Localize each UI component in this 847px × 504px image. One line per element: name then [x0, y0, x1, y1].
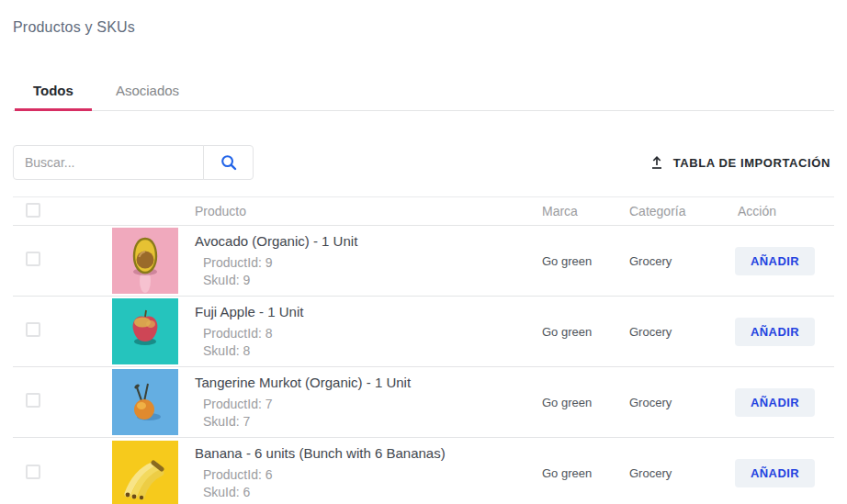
sku-id: SkuId: 8 — [195, 342, 542, 360]
search-icon — [220, 153, 238, 172]
category-value: Grocery — [629, 396, 735, 409]
table-row: Banana - 6 units (Bunch with 6 Bananas) … — [13, 438, 834, 504]
search-button[interactable] — [203, 145, 254, 180]
column-header-marca: Marca — [542, 204, 629, 218]
product-id: ProductId: 6 — [195, 466, 542, 484]
category-value: Grocery — [629, 325, 735, 339]
product-name: Tangerine Murkot (Organic) - 1 Unit — [195, 375, 542, 390]
add-button[interactable]: AÑADIR — [735, 459, 815, 487]
product-info: Fuji Apple - 1 Unit ProductId: 8 SkuId: … — [191, 304, 542, 360]
column-header-categoria: Categoría — [629, 204, 735, 218]
product-image-banana — [112, 441, 191, 504]
column-header-producto: Producto — [191, 204, 542, 218]
page-title: Productos y SKUs — [13, 19, 834, 36]
product-image-apple — [112, 298, 191, 364]
product-info: Banana - 6 units (Bunch with 6 Bananas) … — [191, 445, 542, 501]
import-table-label: TABLA DE IMPORTACIÓN — [673, 156, 830, 170]
upload-icon — [649, 155, 664, 170]
add-button[interactable]: AÑADIR — [735, 318, 815, 346]
table-row: Tangerine Murkot (Organic) - 1 Unit Prod… — [13, 367, 834, 438]
select-all-checkbox[interactable] — [26, 203, 40, 218]
toolbar: TABLA DE IMPORTACIÓN — [13, 144, 834, 181]
column-header-accion: Acción — [735, 204, 834, 218]
brand-value: Go green — [542, 396, 629, 409]
category-value: Grocery — [629, 466, 735, 480]
product-image-tangerine — [112, 369, 191, 435]
row-checkbox[interactable] — [26, 393, 40, 408]
sku-id: SkuId: 7 — [195, 413, 542, 431]
product-info: Tangerine Murkot (Organic) - 1 Unit Prod… — [191, 375, 542, 431]
product-id: ProductId: 9 — [195, 254, 542, 272]
product-id: ProductId: 7 — [195, 396, 542, 413]
sku-id: SkuId: 9 — [195, 272, 542, 289]
product-name: Banana - 6 units (Bunch with 6 Bananas) — [195, 445, 542, 461]
row-checkbox[interactable] — [26, 252, 40, 266]
table-row: Avocado (Organic) - 1 Unit ProductId: 9 … — [13, 226, 834, 297]
table-header-row: Producto Marca Categoría Acción — [13, 197, 834, 226]
category-value: Grocery — [629, 254, 735, 268]
product-name: Fuji Apple - 1 Unit — [195, 304, 542, 319]
row-checkbox[interactable] — [26, 322, 40, 337]
tab-todos[interactable]: Todos — [15, 83, 92, 111]
brand-value: Go green — [542, 466, 629, 480]
product-info: Avocado (Organic) - 1 Unit ProductId: 9 … — [191, 233, 542, 289]
product-id: ProductId: 8 — [195, 325, 542, 342]
product-name: Avocado (Organic) - 1 Unit — [195, 233, 542, 249]
import-table-button[interactable]: TABLA DE IMPORTACIÓN — [646, 155, 834, 170]
products-table: Producto Marca Categoría Acción Avocado … — [13, 196, 834, 504]
product-image-avocado — [112, 228, 191, 294]
search-input[interactable] — [13, 145, 204, 180]
brand-value: Go green — [542, 325, 629, 339]
search-group — [13, 145, 254, 180]
tab-asociados[interactable]: Asociados — [97, 83, 198, 111]
add-button[interactable]: AÑADIR — [735, 247, 815, 275]
sku-id: SkuId: 6 — [195, 484, 542, 501]
brand-value: Go green — [542, 254, 629, 268]
tab-bar: Todos Asociados — [13, 83, 834, 111]
table-row: Fuji Apple - 1 Unit ProductId: 8 SkuId: … — [13, 297, 834, 367]
add-button[interactable]: AÑADIR — [735, 388, 815, 417]
products-skus-page: Productos y SKUs Todos Asociados — [0, 19, 847, 504]
row-checkbox[interactable] — [26, 465, 40, 479]
